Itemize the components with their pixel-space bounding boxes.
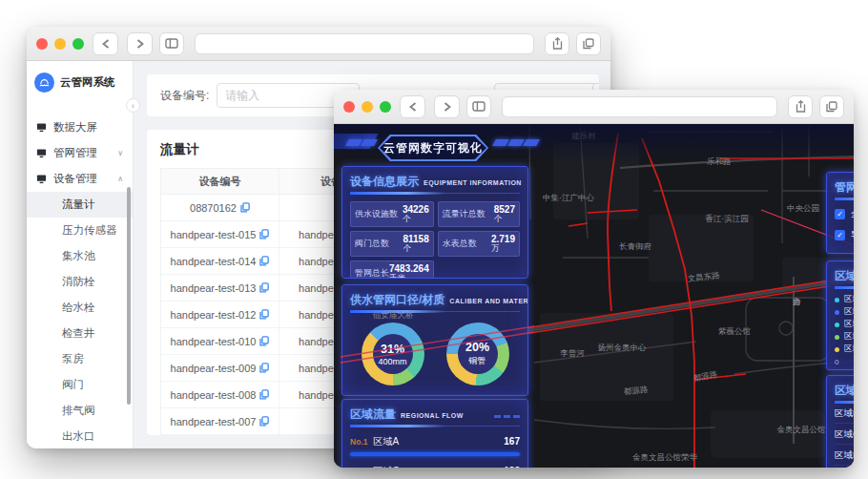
panel-title: 管网图层	[835, 179, 854, 199]
panel-title: 区域流量 REGIONAL FLOW	[350, 406, 520, 427]
copy-icon[interactable]	[259, 229, 269, 240]
flow-rank-item: No.2 区域C 123	[350, 465, 520, 468]
copy-icon[interactable]	[259, 282, 269, 293]
sidebar-submenu-item[interactable]: 集水池	[27, 243, 133, 269]
panel-title-en: EQUIPMENT INFORMATION	[424, 179, 522, 186]
chevron-right-icon	[444, 102, 451, 112]
stat-value: 7483.264	[389, 263, 429, 274]
map-label: 香江·滨江园	[705, 214, 748, 223]
browser-chrome	[334, 90, 854, 124]
stat-value: 8527	[494, 204, 515, 215]
panel-title: 供水管网口径/材质 CALIBER AND MATERIAL	[350, 292, 520, 312]
share-button[interactable]	[545, 32, 569, 55]
axis-min-label: 0	[835, 358, 854, 366]
sidebar-submenu-item[interactable]: 出水口	[27, 424, 133, 448]
copy-icon[interactable]	[259, 389, 269, 400]
flow-region-row[interactable]: 区域E	[835, 466, 854, 468]
panel-title-cn: 管网图层	[835, 179, 854, 196]
device-id: handpear-test-009	[171, 363, 257, 374]
flow-region-label: 区域C	[835, 428, 854, 439]
forward-button[interactable]	[434, 95, 460, 118]
stat-value: 81158	[403, 234, 428, 244]
copy-icon[interactable]	[259, 309, 269, 320]
device-id: handpear-test-015	[171, 229, 257, 240]
legend-row: 区域A	[835, 294, 854, 305]
copy-icon[interactable]	[240, 202, 250, 213]
panel-title-en: REGIONAL FLOW	[401, 412, 464, 419]
sidebar-submenu-item[interactable]: 阀门	[27, 372, 133, 398]
close-window-button[interactable]	[343, 101, 355, 113]
address-bar[interactable]	[502, 96, 777, 117]
donut-percent: 20%	[465, 341, 489, 354]
layer-checkboxes: 全选 导入	[835, 208, 854, 241]
minimize-window-button[interactable]	[54, 38, 66, 50]
panel-title-cn: 供水管网口径/材质	[350, 292, 444, 308]
sidebar-submenu-item[interactable]: 给水栓	[27, 295, 133, 321]
regional-peak-panel: 区域峰值 区域A 区域B	[826, 260, 854, 370]
sidebar-submenu-item[interactable]: 泵房	[27, 346, 133, 372]
submenu-item-label: 阀门	[62, 379, 84, 390]
zoom-window-button[interactable]	[380, 101, 391, 113]
legend-dot	[835, 298, 839, 302]
share-icon	[796, 100, 806, 113]
equipment-stats: 供水设施数 34226个 流量计总数 8527个 阀门总数 81158个	[350, 201, 520, 279]
sidebar-submenu-item[interactable]: 消防栓	[27, 269, 133, 295]
legend-dot	[835, 323, 839, 327]
minimize-window-button[interactable]	[362, 101, 373, 113]
sidebar-submenu-item[interactable]: 压力传感器	[27, 218, 133, 243]
legend-label: 区域D	[844, 331, 854, 343]
flow-region: 区域A	[373, 435, 498, 448]
flow-region-list: 区域B 区域C 区域D 区域E	[835, 403, 854, 468]
copy-icon[interactable]	[259, 416, 269, 427]
sidebar-toggle-button[interactable]	[159, 32, 184, 55]
sidebar-menu-item[interactable]: 管网管理 ∨	[27, 140, 133, 166]
copy-icon[interactable]	[259, 256, 269, 266]
flow-region-row[interactable]: 区域B	[835, 403, 854, 424]
legend-row: 区域C	[835, 319, 854, 330]
flow-rank: No.1	[350, 437, 367, 447]
map-label: 金奥文昌公馆	[777, 425, 826, 434]
legend-label: 区域B	[844, 306, 854, 318]
app-logo: 云管网系统	[27, 61, 133, 103]
flow-region-label: 区域D	[835, 449, 854, 460]
copy-icon[interactable]	[259, 336, 269, 346]
share-button[interactable]	[788, 95, 813, 118]
legend-row: 区域E	[835, 344, 854, 355]
flow-region-row[interactable]: 区域D	[835, 445, 854, 466]
tabs-button[interactable]	[576, 32, 601, 55]
layer-checkbox-row[interactable]: 全选	[835, 208, 854, 220]
sidebar-menu-item[interactable]: 设备管理 ∧	[27, 166, 133, 192]
sidebar-menu-item[interactable]: 数据大屏	[27, 115, 133, 140]
device-id: 08870162	[190, 202, 237, 214]
device-id-label: 设备编号:	[160, 88, 209, 104]
sidebar-toggle-icon	[165, 38, 178, 49]
sidebar-submenu-item[interactable]: 检查井	[27, 321, 133, 346]
zoom-window-button[interactable]	[72, 38, 84, 50]
map-label: 扬州金奥中心	[598, 343, 648, 352]
device-id: handpear-test-008	[171, 389, 257, 401]
checkbox-checked-icon[interactable]	[835, 209, 845, 219]
stat-label: 管网总长	[355, 267, 389, 279]
address-bar[interactable]	[195, 33, 534, 54]
sidebar-toggle-button[interactable]	[466, 95, 491, 118]
sidebar-scrollbar[interactable]	[127, 187, 131, 405]
flow-value: 167	[504, 436, 520, 447]
copy-icon[interactable]	[259, 363, 269, 373]
tabs-button[interactable]	[819, 95, 844, 118]
sidebar-submenu-item[interactable]: 流量计	[27, 192, 133, 218]
flow-ranking: No.1 区域A 167 No.2 区域C 123	[350, 435, 520, 468]
flow-region-row[interactable]: 区域C	[835, 424, 854, 445]
sidebar-collapse-button[interactable]: ‹	[126, 98, 140, 113]
close-window-button[interactable]	[36, 38, 48, 50]
stat-cell: 供水设施数 34226个	[350, 201, 434, 227]
stat-unit: 千米	[389, 274, 429, 279]
back-button[interactable]	[400, 95, 425, 118]
forward-button[interactable]	[127, 32, 153, 55]
sidebar-submenu-item[interactable]: 排气阀	[27, 398, 133, 424]
back-button[interactable]	[93, 32, 118, 55]
checkbox-checked-icon[interactable]	[835, 230, 845, 240]
map-label: 李曾河	[560, 348, 585, 358]
legend-dot	[835, 347, 839, 352]
checkbox-label: 导入	[851, 229, 854, 241]
layer-checkbox-row[interactable]: 导入	[835, 229, 854, 241]
